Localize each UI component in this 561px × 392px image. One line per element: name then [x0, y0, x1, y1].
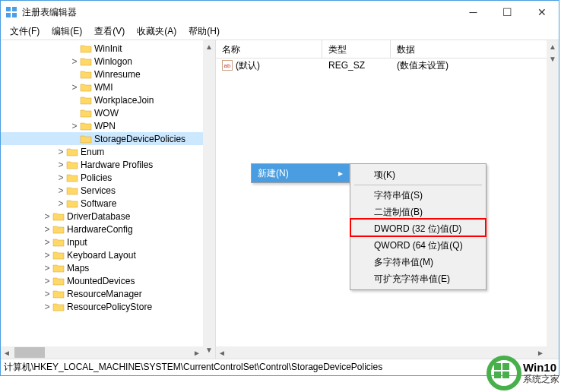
- svg-rect-7: [494, 371, 501, 378]
- expand-icon[interactable]: >: [42, 224, 52, 235]
- tree-item[interactable]: >Software: [1, 197, 215, 210]
- tree-item[interactable]: >WPN: [1, 119, 215, 132]
- expand-icon[interactable]: >: [69, 56, 80, 67]
- folder-icon: [66, 198, 78, 209]
- tree-item[interactable]: StorageDevicePolicies: [1, 132, 215, 145]
- tree-item[interactable]: >Keyboard Layout: [1, 248, 215, 261]
- column-data[interactable]: 数据: [391, 40, 559, 58]
- tree-item-label: MountedDevices: [67, 276, 135, 286]
- value-type: REG_SZ: [322, 60, 391, 71]
- expand-icon[interactable]: >: [42, 250, 52, 261]
- svg-rect-0: [6, 7, 11, 11]
- context-separator: [354, 185, 482, 185]
- status-bar: 计算机\HKEY_LOCAL_MACHINE\SYSTEM\CurrentCon…: [1, 359, 559, 375]
- expand-icon[interactable]: >: [42, 276, 52, 286]
- tree-item[interactable]: >ResourceManager: [1, 287, 215, 300]
- expand-icon[interactable]: >: [42, 237, 52, 248]
- expand-icon[interactable]: >: [55, 198, 66, 209]
- maximize-button[interactable]: ☐: [490, 2, 525, 23]
- expand-icon[interactable]: >: [69, 121, 80, 131]
- tree-item-label: Winresume: [94, 69, 141, 80]
- menu-view[interactable]: 查看(V): [88, 24, 131, 40]
- value-data: (数值未设置): [391, 59, 559, 72]
- string-value-icon: ab: [222, 60, 233, 71]
- context-item[interactable]: 可扩充字符串值(E): [353, 270, 483, 287]
- context-submenu-new: 项(K)字符串值(S)二进制值(B)DWORD (32 位)值(D)QWORD …: [350, 163, 487, 290]
- svg-rect-2: [6, 13, 11, 17]
- folder-icon: [52, 276, 65, 286]
- tree-item[interactable]: >HardwareConfig: [1, 223, 215, 236]
- tree-item[interactable]: >Hardware Profiles: [1, 158, 215, 171]
- tree-item[interactable]: >Enum: [1, 145, 215, 158]
- tree-item[interactable]: WinInit: [1, 42, 215, 55]
- tree-item-label: Services: [81, 185, 116, 196]
- tree-item-label: Winlogon: [94, 56, 132, 67]
- tree-item-label: ResourceManager: [67, 289, 142, 299]
- expand-icon[interactable]: >: [42, 263, 52, 273]
- expand-icon[interactable]: >: [42, 302, 52, 312]
- tree-item[interactable]: >DriverDatabase: [1, 210, 215, 223]
- folder-icon: [80, 82, 92, 93]
- svg-rect-6: [502, 363, 509, 370]
- tree-item[interactable]: >Maps: [1, 261, 215, 274]
- expand-icon[interactable]: >: [42, 289, 52, 299]
- context-item[interactable]: DWORD (32 位)值(D): [353, 220, 483, 237]
- folder-icon: [80, 69, 92, 80]
- list-vertical-scrollbar[interactable]: ▲ ▼: [547, 40, 559, 359]
- tree-horizontal-scrollbar[interactable]: ◄ ►: [1, 346, 203, 359]
- tree-vertical-scrollbar[interactable]: ▲ ▼: [203, 40, 215, 359]
- tree-item[interactable]: >Services: [1, 184, 215, 197]
- close-button[interactable]: ✕: [525, 2, 559, 23]
- folder-icon: [52, 289, 65, 299]
- column-type[interactable]: 类型: [322, 40, 391, 58]
- context-item[interactable]: 项(K): [353, 166, 483, 183]
- context-menu: 新建(N) ▸: [251, 163, 350, 183]
- context-item[interactable]: 多字符串值(M): [353, 254, 483, 270]
- window-title: 注册表编辑器: [22, 6, 456, 19]
- menubar: 文件(F) 编辑(E) 查看(V) 收藏夹(A) 帮助(H): [1, 24, 559, 40]
- folder-icon: [80, 43, 92, 54]
- tree-item-label: Software: [81, 198, 116, 209]
- tree-item[interactable]: >Input: [1, 236, 215, 248]
- status-path: 计算机\HKEY_LOCAL_MACHINE\SYSTEM\CurrentCon…: [4, 361, 382, 374]
- tree-item[interactable]: WorkplaceJoin: [1, 93, 215, 106]
- tree-item[interactable]: >Policies: [1, 171, 215, 184]
- tree-item[interactable]: >MountedDevices: [1, 274, 215, 287]
- expand-icon[interactable]: >: [55, 147, 66, 157]
- folder-icon: [52, 263, 65, 273]
- tree-item[interactable]: >WMI: [1, 81, 215, 93]
- tree-item-label: Keyboard Layout: [67, 250, 136, 261]
- tree-item-label: Policies: [81, 172, 112, 183]
- expand-icon[interactable]: >: [55, 160, 66, 170]
- folder-icon: [80, 56, 92, 67]
- watermark-line2: 系统之家: [523, 375, 559, 384]
- tree-item-label: WinInit: [94, 43, 122, 54]
- column-name[interactable]: 名称: [216, 40, 322, 58]
- context-item[interactable]: 二进制值(B): [353, 204, 483, 220]
- folder-icon: [80, 95, 92, 106]
- tree-item-label: ResourcePolicyStore: [67, 302, 152, 312]
- tree-item[interactable]: Winresume: [1, 68, 215, 81]
- minimize-button[interactable]: ─: [456, 2, 490, 23]
- context-item[interactable]: 字符串值(S): [353, 187, 483, 204]
- folder-icon: [80, 121, 92, 131]
- menu-help[interactable]: 帮助(H): [182, 24, 226, 40]
- tree-item-label: WorkplaceJoin: [94, 95, 154, 106]
- context-item[interactable]: QWORD (64 位)值(Q): [353, 237, 483, 254]
- menu-file[interactable]: 文件(F): [4, 24, 46, 40]
- expand-icon[interactable]: >: [55, 172, 66, 183]
- context-new[interactable]: 新建(N) ▸: [252, 164, 349, 182]
- tree-item-label: Input: [67, 237, 87, 248]
- tree-item[interactable]: >ResourcePolicyStore: [1, 300, 215, 313]
- expand-icon[interactable]: >: [69, 82, 80, 93]
- list-row[interactable]: ab (默认) REG_SZ (数值未设置): [216, 58, 559, 72]
- menu-favorites[interactable]: 收藏夹(A): [131, 24, 182, 40]
- expand-icon[interactable]: >: [55, 185, 66, 196]
- folder-icon: [66, 147, 78, 157]
- tree-item[interactable]: WOW: [1, 106, 215, 119]
- svg-rect-8: [502, 371, 509, 378]
- menu-edit[interactable]: 编辑(E): [46, 24, 88, 40]
- tree-item-label: WOW: [94, 108, 119, 119]
- expand-icon[interactable]: >: [42, 211, 52, 222]
- tree-item[interactable]: >Winlogon: [1, 55, 215, 68]
